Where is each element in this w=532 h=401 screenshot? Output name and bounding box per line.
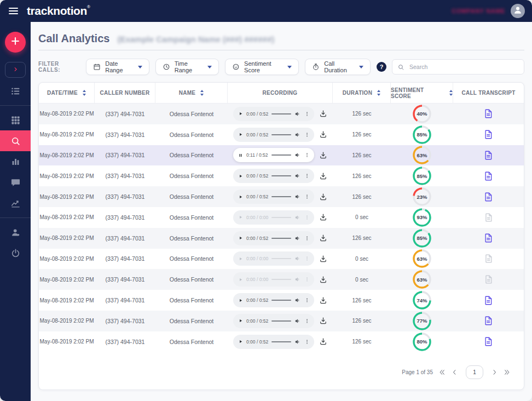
sidebar-item-chat[interactable] (0, 172, 31, 193)
call-transcript-icon[interactable] (453, 233, 524, 243)
play-icon[interactable] (238, 318, 243, 323)
call-row[interactable]: May-08-2019 2:02 PM (337) 494-7031 Odess… (39, 104, 524, 124)
kebab-menu-icon[interactable] (304, 297, 310, 303)
sidebar-item-power[interactable] (0, 243, 31, 263)
call-transcript-icon[interactable] (453, 192, 524, 202)
audio-player[interactable]: 0:00 / 0:52 (233, 190, 314, 204)
sidebar-expand-button[interactable] (5, 62, 26, 78)
play-icon[interactable] (238, 236, 243, 240)
download-icon[interactable] (319, 276, 327, 284)
avatar[interactable] (511, 4, 525, 18)
call-row[interactable]: May-08-2019 2:02 PM (337) 494-7031 Odess… (39, 290, 524, 311)
sidebar-item-list[interactable] (0, 81, 31, 101)
play-icon[interactable] (238, 339, 243, 344)
audio-player[interactable]: 0:00 / 0:52 (233, 107, 314, 121)
kebab-menu-icon[interactable] (304, 318, 310, 324)
filter-date-range[interactable]: Date Range (86, 59, 149, 75)
player-progress-bar[interactable] (271, 300, 291, 301)
download-icon[interactable] (319, 130, 327, 139)
kebab-menu-icon[interactable] (304, 111, 310, 117)
help-button[interactable]: ? (377, 62, 386, 72)
audio-player[interactable]: 0:00 / 0:52 (233, 128, 314, 142)
download-icon[interactable] (319, 151, 327, 159)
audio-player[interactable]: 0:11 / 0:52 (233, 148, 314, 162)
sort-icon[interactable] (377, 90, 380, 96)
column-header-sentiment-score[interactable]: SENTIMENT SCORE (391, 83, 453, 103)
download-icon[interactable] (319, 337, 327, 346)
call-transcript-icon[interactable] (453, 129, 524, 140)
prev-page-icon[interactable] (451, 369, 458, 376)
kebab-menu-icon[interactable] (304, 152, 310, 158)
audio-player[interactable]: 0:00 / 0:52 (233, 335, 314, 349)
sort-icon[interactable] (200, 90, 204, 96)
search-input[interactable] (408, 63, 519, 71)
volume-icon[interactable] (294, 297, 301, 303)
download-icon[interactable] (319, 193, 327, 201)
volume-icon[interactable] (294, 131, 301, 138)
volume-icon[interactable] (294, 111, 301, 117)
sidebar-item-search[interactable] (0, 130, 31, 151)
download-icon[interactable] (319, 255, 327, 263)
volume-icon[interactable] (294, 193, 301, 200)
call-row[interactable]: May-08-2019 2:02 PM (337) 494-7031 Odess… (39, 186, 524, 207)
sort-icon[interactable] (83, 90, 86, 96)
volume-icon[interactable] (294, 339, 301, 345)
call-row[interactable]: May-08-2019 2:02 PM (337) 494-7031 Odess… (39, 311, 524, 331)
player-progress-bar[interactable] (271, 134, 291, 135)
column-header-name[interactable]: NAME (155, 83, 228, 103)
download-icon[interactable] (319, 110, 327, 118)
call-row[interactable]: May-08-2019 2:02 PM (337) 494-7031 Odess… (39, 331, 524, 352)
pause-icon[interactable] (238, 153, 243, 158)
audio-player[interactable]: 0:00 / 0:52 (233, 314, 314, 328)
call-row[interactable]: May-08-2019 2:02 PM (337) 494-7031 Odess… (39, 228, 524, 249)
call-transcript-icon[interactable] (453, 316, 524, 326)
call-transcript-icon[interactable] (453, 108, 524, 119)
filter-call-duration[interactable]: Call Duration (305, 59, 371, 75)
download-icon[interactable] (319, 317, 327, 325)
volume-icon[interactable] (294, 152, 301, 158)
kebab-menu-icon[interactable] (304, 131, 310, 138)
audio-player[interactable]: 0:00 / 0:52 (233, 231, 314, 245)
call-row[interactable]: May-08-2019 2:02 PM (337) 494-7031 Odess… (39, 207, 524, 228)
volume-icon[interactable] (294, 318, 301, 324)
call-row[interactable]: May-08-2019 2:02 PM (337) 494-7031 Odess… (39, 124, 524, 145)
player-progress-bar[interactable] (271, 154, 291, 156)
kebab-menu-icon[interactable] (304, 173, 310, 179)
volume-icon[interactable] (294, 235, 301, 242)
kebab-menu-icon[interactable] (304, 235, 310, 242)
sidebar-item-user[interactable] (0, 222, 31, 243)
play-icon[interactable] (238, 174, 243, 179)
sidebar-item-bar-chart[interactable] (0, 151, 31, 172)
play-icon[interactable] (238, 298, 243, 303)
call-row[interactable]: May-08-2019 2:02 PM (337) 494-7031 Odess… (39, 165, 524, 186)
add-button[interactable] (5, 32, 26, 53)
call-transcript-icon[interactable] (453, 150, 524, 161)
download-icon[interactable] (319, 213, 327, 221)
audio-player[interactable]: 0:00 / 0:52 (233, 293, 314, 307)
filter-sentiment-score[interactable]: Sentiment Score (225, 59, 299, 75)
sort-icon[interactable] (449, 90, 453, 96)
call-row[interactable]: May-08-2019 2:02 PM (337) 494-7031 Odess… (39, 249, 524, 270)
download-icon[interactable] (319, 172, 327, 180)
player-progress-bar[interactable] (271, 175, 291, 176)
play-icon[interactable] (238, 132, 243, 137)
sidebar-item-trend[interactable] (0, 193, 31, 214)
player-progress-bar[interactable] (271, 238, 291, 239)
last-page-icon[interactable] (504, 369, 511, 376)
column-header-duration[interactable]: DURATION (333, 83, 391, 103)
play-icon[interactable] (238, 111, 243, 116)
download-icon[interactable] (319, 234, 327, 242)
call-transcript-icon[interactable] (453, 336, 524, 347)
current-page[interactable]: 1 (466, 365, 483, 379)
call-transcript-icon[interactable] (453, 171, 524, 181)
download-icon[interactable] (319, 296, 327, 305)
hamburger-icon[interactable] (9, 8, 18, 14)
kebab-menu-icon[interactable] (304, 193, 310, 200)
audio-player[interactable]: 0:00 / 0:52 (233, 169, 314, 183)
player-progress-bar[interactable] (271, 113, 291, 114)
sidebar-item-grid[interactable] (0, 110, 31, 130)
filter-time-range[interactable]: Time Range (155, 59, 219, 75)
first-page-icon[interactable] (438, 369, 446, 376)
call-transcript-icon[interactable] (453, 295, 524, 306)
player-progress-bar[interactable] (271, 320, 291, 322)
